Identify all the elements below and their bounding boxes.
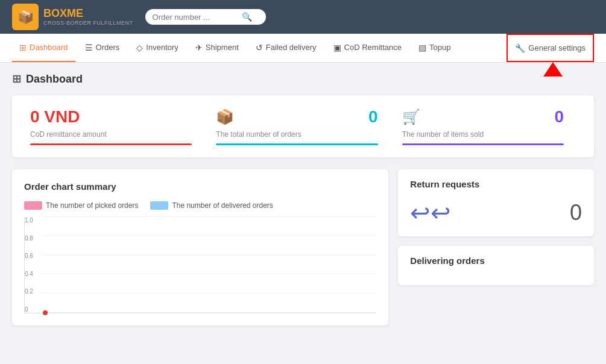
chart-area: 0 0.2 0.4 0.6 0.8 1.0 — [24, 217, 376, 313]
cod-remittance-icon: ▣ — [333, 43, 341, 52]
logo-sub: CROSS-BORDER FULFILLMENT — [43, 20, 133, 26]
return-requests-card: Return requests ↩↩ 0 — [398, 169, 594, 236]
orders-icon: ☰ — [85, 43, 93, 52]
legend-delivered: The number of delivered orders — [150, 201, 273, 210]
nav-item-general-settings[interactable]: 🔧 General settings — [507, 34, 594, 62]
stat-items-value-row: 🛒 0 — [402, 107, 564, 127]
chart-legend: The number of picked orders The number o… — [24, 201, 376, 210]
nav-item-dashboard[interactable]: ⊞ Dashboard — [12, 34, 75, 62]
dashboard-icon: ⊞ — [19, 43, 27, 52]
y-label-0: 0 — [25, 306, 33, 313]
delivering-orders-card: Delivering orders — [398, 246, 594, 285]
logo-icon: 📦 — [12, 4, 39, 30]
logo-text-block: BOXME CROSS-BORDER FULFILLMENT — [43, 8, 133, 26]
stat-items-divider — [402, 143, 564, 145]
stat-cod-value-row: 0 VND — [30, 107, 192, 127]
y-label-08: 0.8 — [25, 235, 33, 242]
nav-item-inventory[interactable]: ◇ Inventory — [129, 34, 185, 62]
stat-items: 🛒 0 The number of items sold — [390, 107, 576, 145]
chart-y-labels: 0 0.2 0.4 0.6 0.8 1.0 — [25, 217, 33, 313]
stat-orders-label: The total number of orders — [216, 130, 377, 139]
gridline-60 — [43, 255, 376, 256]
gridline-20 — [43, 293, 376, 293]
delivering-orders-title: Delivering orders — [410, 256, 582, 266]
stat-cod: 0 VND CoD remittance amount — [30, 107, 204, 145]
arrow-head — [543, 62, 563, 77]
nav-container: ⊞ Dashboard ☰ Orders ◇ Inventory ✈ Shipm… — [0, 34, 606, 63]
chart-dot — [43, 310, 48, 315]
page-title-row: ⊞ Dashboard — [12, 72, 594, 86]
stats-card: 0 VND CoD remittance amount 📦 0 The tota… — [12, 95, 594, 157]
stat-orders-value-row: 📦 0 — [216, 107, 377, 127]
chart-card: Order chart summary The number of picked… — [12, 169, 388, 325]
nav-item-cod-remittance[interactable]: ▣ CoD Remittance — [326, 34, 409, 62]
search-input[interactable] — [153, 13, 237, 22]
legend-picked-box — [24, 201, 42, 210]
search-bar[interactable]: 🔍 — [145, 9, 266, 25]
y-label-10: 1.0 — [25, 217, 33, 224]
stat-cod-divider — [30, 143, 192, 145]
nav-item-shipment[interactable]: ✈ Shipment — [188, 34, 246, 62]
stat-cod-label: CoD remittance amount — [30, 130, 192, 139]
gridline-80 — [43, 236, 376, 236]
failed-delivery-icon: ↺ — [256, 43, 263, 52]
stat-items-label: The number of items sold — [402, 130, 564, 139]
legend-picked: The number of picked orders — [24, 201, 138, 210]
general-settings-icon: 🔧 — [515, 43, 525, 53]
chart-gridlines — [43, 217, 376, 313]
nav-item-failed-delivery[interactable]: ↺ Failed delivery — [248, 34, 324, 62]
y-label-06: 0.6 — [25, 253, 33, 259]
stat-items-icon: 🛒 — [402, 108, 420, 125]
right-cards: Return requests ↩↩ 0 Delivering orders — [398, 169, 594, 325]
stat-cod-value: 0 VND — [30, 107, 80, 127]
y-label-02: 0.2 — [25, 288, 33, 295]
return-requests-title: Return requests — [410, 179, 582, 189]
gridline-0 — [43, 312, 376, 313]
logo-text: BOXME — [43, 8, 133, 20]
nav-item-topup[interactable]: ▤ Topup — [411, 34, 458, 62]
legend-delivered-label: The number of delivered orders — [172, 201, 273, 210]
search-icon: 🔍 — [242, 12, 252, 22]
gridline-100 — [43, 216, 376, 217]
gridline-40 — [43, 274, 376, 274]
stat-orders-icon: 📦 — [216, 108, 234, 125]
legend-picked-label: The number of picked orders — [46, 201, 138, 210]
inventory-icon: ◇ — [136, 43, 143, 52]
return-icon: ↩↩ — [410, 199, 451, 227]
logo-area: 📦 BOXME CROSS-BORDER FULFILLMENT — [12, 4, 133, 30]
stat-items-value: 0 — [554, 107, 564, 127]
page-title-icon: ⊞ — [12, 72, 21, 86]
bottom-row: Order chart summary The number of picked… — [12, 169, 594, 325]
return-requests-value: 0 — [570, 200, 582, 225]
legend-delivered-box — [150, 201, 168, 210]
topup-icon: ▤ — [418, 43, 426, 52]
header: 📦 BOXME CROSS-BORDER FULFILLMENT 🔍 — [0, 0, 606, 34]
nav: ⊞ Dashboard ☰ Orders ◇ Inventory ✈ Shipm… — [0, 34, 606, 63]
page-title: Dashboard — [26, 73, 83, 86]
stat-orders-value: 0 — [368, 107, 378, 127]
stat-orders: 📦 0 The total number of orders — [204, 107, 390, 145]
main-content: ⊞ Dashboard 0 VND CoD remittance amount … — [0, 63, 606, 335]
shipment-icon: ✈ — [195, 43, 203, 52]
nav-item-orders[interactable]: ☰ Orders — [78, 34, 127, 62]
chart-title: Order chart summary — [24, 181, 376, 192]
y-label-04: 0.4 — [25, 271, 33, 277]
return-requests-content: ↩↩ 0 — [410, 199, 582, 227]
stat-orders-divider — [216, 143, 377, 145]
